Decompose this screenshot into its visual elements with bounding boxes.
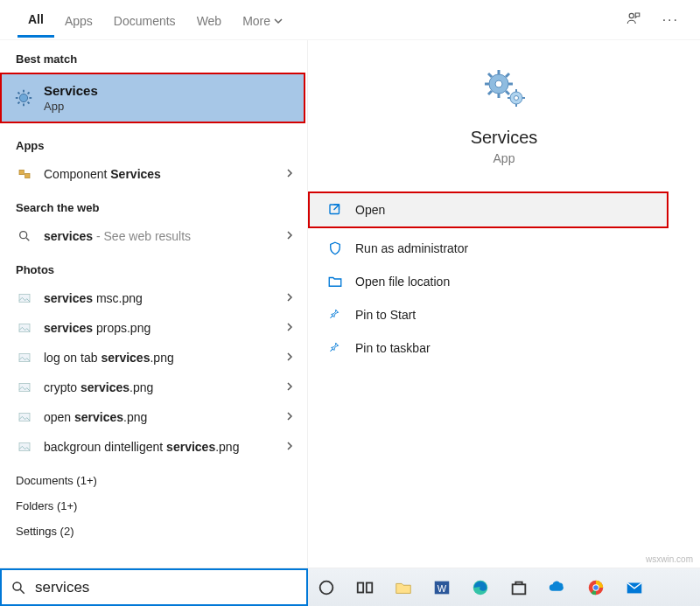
windows-search-panel: All Apps Documents Web More ··· Best mat… <box>0 0 700 606</box>
action-pin-taskbar[interactable]: Pin to taskbar <box>308 331 700 365</box>
more-options-button[interactable]: ··· <box>652 5 690 35</box>
svg-rect-15 <box>19 324 30 331</box>
svg-rect-14 <box>19 294 30 302</box>
search-input[interactable] <box>35 570 298 604</box>
result-photo-2[interactable]: log on tab services.png <box>0 343 307 373</box>
best-match-highlight: Services App <box>0 73 305 123</box>
taskbar-word-icon[interactable]: W <box>430 576 453 599</box>
taskbar-explorer-icon[interactable] <box>392 576 415 599</box>
feedback-button[interactable] <box>615 3 652 37</box>
search-icon <box>16 229 33 243</box>
result-photo-1[interactable]: services props.png <box>0 313 307 343</box>
result-component-services[interactable]: Component Services <box>0 159 307 189</box>
result-photo-3[interactable]: crypto services.png <box>0 373 307 402</box>
taskbar-store-icon[interactable] <box>508 576 530 599</box>
image-file-icon <box>16 291 33 305</box>
action-label: Run as administrator <box>355 241 468 255</box>
svg-rect-41 <box>367 582 372 592</box>
result-web-services[interactable]: services - See web results <box>0 221 307 251</box>
section-folders-more[interactable]: Folders (1+) <box>0 494 307 519</box>
section-documents-more[interactable]: Documents (1+) <box>0 462 307 494</box>
taskbar-onedrive-icon[interactable] <box>546 576 569 599</box>
action-run-admin[interactable]: Run as administrator <box>308 232 700 265</box>
chevron-right-icon[interactable] <box>284 380 295 395</box>
person-feedback-icon <box>626 10 641 26</box>
best-match-title: Services <box>44 83 98 98</box>
search-tabs: All Apps Documents Web More ··· <box>0 0 700 40</box>
svg-line-7 <box>28 102 30 104</box>
tab-documents[interactable]: Documents <box>103 3 186 37</box>
svg-rect-11 <box>25 173 30 178</box>
action-open-highlight: Open <box>308 192 668 228</box>
svg-point-37 <box>13 582 21 590</box>
svg-line-9 <box>28 92 30 94</box>
image-file-icon <box>16 440 33 454</box>
svg-rect-40 <box>358 582 363 592</box>
result-label: services - See web results <box>44 229 274 243</box>
caret-down-icon <box>274 17 283 25</box>
action-label: Pin to taskbar <box>355 341 430 355</box>
pin-icon <box>327 307 343 323</box>
action-label: Open <box>355 203 385 217</box>
chevron-right-icon[interactable] <box>284 166 295 182</box>
action-pin-start[interactable]: Pin to Start <box>308 298 700 331</box>
action-label: Pin to Start <box>355 308 416 322</box>
result-photo-0[interactable]: services msc.png <box>0 283 307 313</box>
svg-rect-18 <box>19 413 30 421</box>
taskbar-taskview-icon[interactable] <box>354 576 376 599</box>
svg-point-39 <box>320 581 333 594</box>
chevron-right-icon[interactable] <box>284 409 295 425</box>
svg-line-13 <box>26 238 29 240</box>
chevron-right-icon[interactable] <box>284 290 295 306</box>
search-icon <box>10 580 26 596</box>
action-open-location[interactable]: Open file location <box>308 265 700 298</box>
result-label: backgroun dintelligent services.png <box>44 440 274 454</box>
bottom-bar: W <box>0 568 700 606</box>
taskbar-edge-icon[interactable] <box>469 576 492 599</box>
svg-point-1 <box>19 94 27 101</box>
section-header-photos: Photos <box>0 251 307 283</box>
svg-rect-17 <box>19 383 30 391</box>
section-settings-more[interactable]: Settings (2) <box>0 519 307 545</box>
preview-title: Services <box>308 128 700 148</box>
pin-icon <box>327 340 343 356</box>
chevron-right-icon[interactable] <box>284 320 295 336</box>
tab-more[interactable]: More <box>232 3 293 37</box>
chevron-right-icon[interactable] <box>284 228 295 244</box>
section-header-apps: Apps <box>0 127 307 159</box>
image-file-icon <box>16 321 33 335</box>
tab-web[interactable]: Web <box>186 3 233 37</box>
section-header-web: Search the web <box>0 189 307 221</box>
svg-line-29 <box>506 73 509 77</box>
search-box[interactable] <box>0 568 308 606</box>
svg-point-21 <box>495 80 502 87</box>
section-header-best-match: Best match <box>0 40 307 73</box>
watermark: wsxwin.com <box>646 554 693 564</box>
taskbar: W <box>308 568 700 606</box>
taskbar-chrome-icon[interactable] <box>584 576 607 599</box>
result-label: services msc.png <box>44 291 274 305</box>
action-open[interactable]: Open <box>310 193 667 226</box>
taskbar-cortana-icon[interactable] <box>315 576 338 599</box>
chevron-right-icon[interactable] <box>284 439 295 455</box>
svg-point-0 <box>629 13 634 17</box>
svg-line-38 <box>20 589 24 594</box>
open-icon <box>327 202 343 218</box>
tab-apps[interactable]: Apps <box>54 3 103 37</box>
svg-rect-16 <box>19 353 30 361</box>
taskbar-mail-icon[interactable] <box>623 576 646 599</box>
component-services-icon <box>16 167 33 181</box>
tab-all[interactable]: All <box>18 2 54 38</box>
services-gear-icon <box>14 88 33 108</box>
best-match-item[interactable]: Services App <box>2 74 304 122</box>
svg-text:W: W <box>438 582 447 593</box>
svg-rect-10 <box>19 170 24 174</box>
chevron-right-icon[interactable] <box>284 350 295 366</box>
result-photo-5[interactable]: backgroun dintelligent services.png <box>0 432 307 462</box>
image-file-icon <box>16 380 33 394</box>
result-photo-4[interactable]: open services.png <box>0 402 307 432</box>
best-match-text: Services App <box>44 83 98 113</box>
svg-line-26 <box>488 73 492 77</box>
result-label: log on tab services.png <box>44 351 274 365</box>
tab-more-label: More <box>242 14 270 28</box>
